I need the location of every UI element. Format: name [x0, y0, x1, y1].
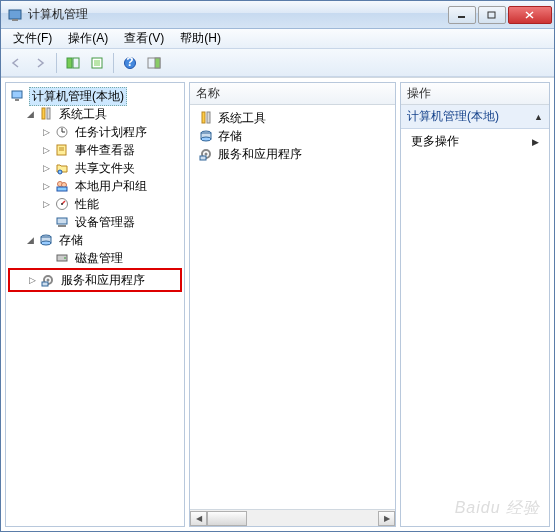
- collapse-icon: ▲: [534, 112, 543, 122]
- expand-icon[interactable]: ▷: [40, 180, 52, 192]
- expand-icon[interactable]: ▷: [40, 162, 52, 174]
- services-icon: [40, 272, 56, 288]
- tree-services-apps[interactable]: ▷ 服务和应用程序: [10, 271, 180, 289]
- svg-point-39: [64, 257, 66, 259]
- storage-icon: [38, 232, 54, 248]
- expand-icon[interactable]: ▷: [40, 198, 52, 210]
- performance-icon: [54, 196, 70, 212]
- list-item[interactable]: 系统工具: [194, 109, 391, 127]
- svg-rect-1: [12, 19, 18, 21]
- svg-rect-19: [47, 108, 50, 119]
- tree-task-scheduler[interactable]: ▷ 任务计划程序: [8, 123, 182, 141]
- tree-label: 事件查看器: [73, 142, 137, 159]
- services-icon: [198, 146, 214, 162]
- event-icon: [54, 142, 70, 158]
- tree-shared-folders[interactable]: ▷ 共享文件夹: [8, 159, 182, 177]
- list-item[interactable]: 存储: [194, 127, 391, 145]
- menu-view[interactable]: 查看(V): [116, 28, 172, 49]
- svg-point-49: [205, 153, 208, 156]
- toolbar-separator: [113, 53, 114, 73]
- actions-more[interactable]: 更多操作 ▶: [401, 129, 549, 154]
- tree-event-viewer[interactable]: ▷ 事件查看器: [8, 141, 182, 159]
- toolbar-action-pane-button[interactable]: [143, 52, 165, 74]
- actions-section-header[interactable]: 计算机管理(本地) ▲: [401, 105, 549, 129]
- svg-rect-15: [155, 58, 160, 68]
- svg-rect-42: [42, 282, 48, 286]
- scroll-thumb[interactable]: [207, 511, 247, 526]
- tree-root[interactable]: 计算机管理(本地): [8, 87, 182, 105]
- maximize-button[interactable]: [478, 6, 506, 24]
- tree-label: 系统工具: [57, 106, 109, 123]
- tree-disk-management[interactable]: 磁盘管理: [8, 249, 182, 267]
- actions-header: 操作: [401, 83, 549, 105]
- collapse-icon[interactable]: ◢: [24, 234, 36, 246]
- actions-more-label: 更多操作: [411, 133, 459, 150]
- expand-icon[interactable]: ▷: [26, 274, 38, 286]
- list-header-label: 名称: [196, 85, 220, 102]
- titlebar[interactable]: 计算机管理: [1, 1, 554, 29]
- list-item-label: 服务和应用程序: [218, 146, 302, 163]
- tree-local-users[interactable]: ▷ 本地用户和组: [8, 177, 182, 195]
- list-item[interactable]: 服务和应用程序: [194, 145, 391, 163]
- tree-pane[interactable]: 计算机管理(本地) ◢ 系统工具 ▷ 任务计划程序 ▷ 事件查看器: [5, 82, 185, 527]
- window-frame: 计算机管理 文件(F) 操作(A) 查看(V) 帮助(H) ? 计算机管理(本地…: [0, 0, 555, 532]
- tree-label: 性能: [73, 196, 101, 213]
- toolbar-properties-button[interactable]: [86, 52, 108, 74]
- toolbar-show-hide-tree-button[interactable]: [62, 52, 84, 74]
- svg-rect-16: [12, 91, 22, 98]
- list-item-label: 系统工具: [218, 110, 266, 127]
- tree-label: 计算机管理(本地): [29, 87, 127, 106]
- menu-help[interactable]: 帮助(H): [172, 28, 229, 49]
- blank-icon: [40, 252, 52, 264]
- window-title: 计算机管理: [28, 6, 446, 23]
- menubar: 文件(F) 操作(A) 查看(V) 帮助(H): [1, 29, 554, 49]
- svg-point-41: [47, 279, 50, 282]
- actions-header-label: 操作: [407, 85, 431, 102]
- svg-point-37: [41, 241, 51, 245]
- svg-point-47: [201, 137, 211, 141]
- tree-label: 共享文件夹: [73, 160, 137, 177]
- tree-system-tools[interactable]: ◢ 系统工具: [8, 105, 182, 123]
- close-button[interactable]: [508, 6, 552, 24]
- clock-icon: [54, 124, 70, 140]
- submenu-icon: ▶: [532, 137, 539, 147]
- svg-text:?: ?: [126, 56, 133, 69]
- storage-icon: [198, 128, 214, 144]
- tree-label: 设备管理器: [73, 214, 137, 231]
- tree-storage[interactable]: ◢ 存储: [8, 231, 182, 249]
- toolbar-forward-button: [29, 52, 51, 74]
- tree-device-manager[interactable]: 设备管理器: [8, 213, 182, 231]
- expand-icon[interactable]: ▷: [40, 144, 52, 156]
- actions-section-label: 计算机管理(本地): [407, 108, 499, 125]
- expand-icon[interactable]: ▷: [40, 126, 52, 138]
- tree-label: 磁盘管理: [73, 250, 125, 267]
- computer-icon: [10, 88, 26, 104]
- tree-label: 服务和应用程序: [59, 272, 147, 289]
- minimize-button[interactable]: [448, 6, 476, 24]
- toolbar: ?: [1, 49, 554, 77]
- list-header[interactable]: 名称: [190, 83, 395, 105]
- list-body[interactable]: 系统工具 存储 服务和应用程序: [190, 105, 395, 509]
- actions-pane: 操作 计算机管理(本地) ▲ 更多操作 ▶: [400, 82, 550, 527]
- svg-rect-50: [200, 156, 206, 160]
- toolbar-help-button[interactable]: ?: [119, 52, 141, 74]
- svg-rect-17: [15, 99, 19, 101]
- horizontal-scrollbar[interactable]: ◀ ▶: [190, 509, 395, 526]
- scroll-right-button[interactable]: ▶: [378, 511, 395, 526]
- users-icon: [54, 178, 70, 194]
- tree-performance[interactable]: ▷ 性能: [8, 195, 182, 213]
- body: 计算机管理(本地) ◢ 系统工具 ▷ 任务计划程序 ▷ 事件查看器: [1, 77, 554, 531]
- collapse-icon[interactable]: ◢: [24, 108, 36, 120]
- tools-icon: [198, 110, 214, 126]
- list-item-label: 存储: [218, 128, 242, 145]
- list-pane: 名称 系统工具 存储 服务和应用程序 ◀: [189, 82, 396, 527]
- tools-icon: [38, 106, 54, 122]
- scroll-left-button[interactable]: ◀: [190, 511, 207, 526]
- menu-file[interactable]: 文件(F): [5, 28, 60, 49]
- svg-point-26: [58, 170, 62, 174]
- svg-rect-3: [488, 12, 495, 18]
- svg-rect-29: [57, 187, 67, 191]
- menu-action[interactable]: 操作(A): [60, 28, 116, 49]
- svg-rect-44: [207, 112, 210, 123]
- svg-rect-6: [67, 58, 72, 68]
